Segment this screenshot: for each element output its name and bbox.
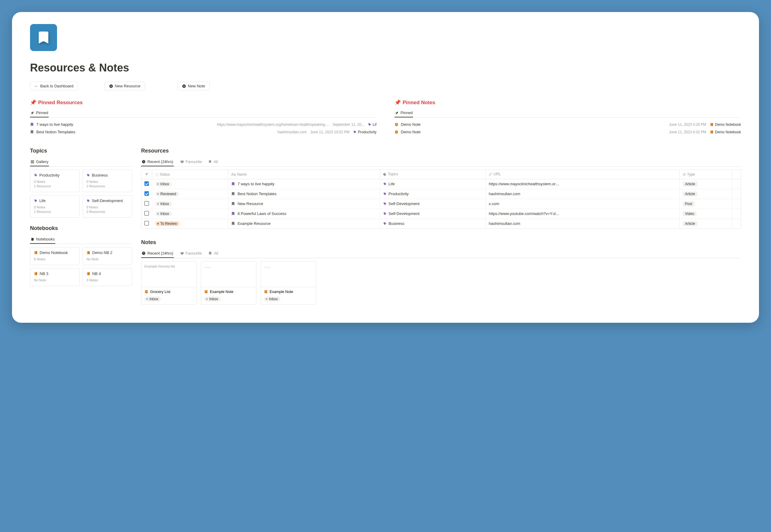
table-row[interactable]: Inbox New Resource Self-Development x.co…	[141, 199, 741, 209]
bookmark-icon	[231, 182, 235, 186]
tab-pinned[interactable]: Pinned	[395, 109, 413, 117]
pinned-notes-section: 📌 Pinned Notes Pinned Demo Note June 11,…	[395, 99, 741, 136]
svg-rect-16	[87, 251, 90, 254]
svg-rect-24	[209, 252, 211, 255]
topic-card[interactable]: Business 0 Notes 2 Resources	[83, 170, 132, 192]
tab-favourite[interactable]: Favourite	[179, 158, 202, 166]
section-title: Pinned Resources	[38, 100, 83, 106]
topic-card[interactable]: Self-Development 0 Notes 2 Resources	[83, 195, 132, 218]
status-icon: ◌	[155, 172, 158, 177]
resource-url: https://www.youtube.com/watch?v=Y-d90cIL…	[489, 211, 561, 216]
resource-url: https://www.mayoclinichealthsystem.org/h…	[489, 182, 561, 186]
svg-rect-14	[35, 251, 37, 254]
tag-icon	[383, 222, 387, 225]
tab-label: Recent (24hrs)	[147, 159, 173, 164]
new-note-button[interactable]: New Note	[177, 82, 210, 90]
notebook-name: Demo Notebook	[40, 250, 68, 255]
topic-name: Life	[39, 198, 46, 203]
note-preview: .......	[201, 261, 256, 287]
status-badge: Inbox	[155, 182, 172, 186]
note-card[interactable]: Example Grocery list Grocery List Inbox	[141, 261, 197, 305]
pinned-resource-row[interactable]: Best Notion Templates hashimsultan.com J…	[30, 128, 376, 136]
notebook-chip: Demo Notebook	[710, 122, 741, 127]
pinned-note-row[interactable]: Demo Note June 11, 2023 4:26 PM Demo Not…	[395, 121, 741, 128]
notebook-icon	[31, 237, 34, 241]
pinned-resource-row[interactable]: 7 ways to live happily https://www.mayoc…	[30, 121, 376, 128]
resource-date: September 11, 20...	[333, 122, 364, 127]
notebook-meta: No Note	[34, 278, 76, 282]
svg-rect-9	[33, 160, 34, 162]
topic-chip: Lif	[368, 122, 376, 127]
notebook-name: NB 4	[92, 271, 101, 276]
new-resource-button[interactable]: New Resource	[104, 82, 145, 90]
notebook-card[interactable]: Demo Notebook 6 Notes	[30, 247, 80, 265]
pin-checkbox[interactable]	[144, 211, 149, 216]
notebook-icon	[34, 251, 38, 255]
tab-recent[interactable]: Recent (24hrs)	[141, 158, 174, 166]
col-name: AaName	[228, 170, 380, 179]
table-row[interactable]: Inbox 8 Powerful Laws of Success Self-De…	[141, 209, 741, 219]
notebook-card[interactable]: NB 4 3 Notes	[83, 268, 132, 286]
pin-checkbox[interactable]	[144, 191, 149, 196]
topic-card[interactable]: Productivity 0 Notes 1 Resource	[30, 170, 80, 192]
tab-label: All	[213, 159, 218, 164]
topic-resources-count: 2 Resources	[86, 210, 128, 213]
tab-notebooks[interactable]: Notebooks	[30, 235, 55, 244]
pinned-note-row[interactable]: Demo Note June 11, 2023 4:32 PM Demo Not…	[395, 128, 741, 136]
status-badge: Inbox	[204, 297, 221, 301]
note-title: Example Note	[210, 290, 234, 294]
table-row[interactable]: To Review Example Resource Business hash…	[141, 219, 741, 228]
type-icon: ⊙	[683, 172, 686, 177]
note-date: June 11, 2023 4:32 PM	[669, 130, 706, 134]
pin-checkbox[interactable]	[144, 201, 149, 206]
tab-all[interactable]: All	[208, 249, 219, 258]
note-preview: Example Grocery list	[141, 261, 196, 287]
resource-title: 7 ways to live happily	[36, 122, 73, 127]
tab-recent[interactable]: Recent (24hrs)	[141, 249, 174, 258]
notebook-card[interactable]: NB 3 No Note	[30, 268, 80, 286]
svg-rect-8	[31, 160, 32, 162]
tag-icon	[34, 199, 38, 203]
pin-checkbox[interactable]	[144, 181, 149, 186]
table-row[interactable]: Reviewed Best Notion Templates Productiv…	[141, 189, 741, 199]
topics-title: Topics	[30, 148, 132, 154]
svg-rect-20	[87, 272, 90, 275]
note-card[interactable]: ....... Example Note Inbox	[261, 261, 316, 305]
tab-gallery[interactable]: Gallery	[30, 158, 49, 166]
notebook-name: Demo NB 2	[92, 250, 112, 255]
note-card[interactable]: ....... Example Note Inbox	[201, 261, 256, 305]
pin-icon: 📌	[30, 99, 36, 106]
topic-name: Life	[389, 182, 395, 186]
col-pin	[141, 170, 152, 179]
tab-pinned[interactable]: Pinned	[30, 109, 49, 117]
page-title: Resources & Notes	[30, 62, 741, 74]
tab-favourite[interactable]: Favourite	[179, 249, 202, 258]
pin-checkbox[interactable]	[144, 221, 149, 225]
topic-name: Business	[92, 173, 108, 177]
table-row[interactable]: Inbox 7 ways to live happily Life https:…	[141, 179, 741, 189]
note-date: June 11, 2023 4:26 PM	[669, 122, 706, 127]
svg-rect-5	[395, 131, 398, 134]
svg-rect-26	[205, 290, 207, 293]
button-label: New Resource	[115, 84, 141, 88]
pin-icon: 📌	[395, 99, 401, 106]
notebook-icon	[34, 272, 38, 276]
note-icon	[395, 122, 398, 126]
pinned-resources-section: 📌 Pinned Resources Pinned 7 ways to live…	[30, 99, 376, 136]
bookmark-icon	[208, 160, 212, 163]
topic-notes-count: 0 Notes	[86, 205, 128, 209]
notebook-card[interactable]: Demo NB 2 No Note	[83, 247, 132, 265]
tag-icon	[383, 202, 387, 206]
resource-url: hashimsultan.com	[489, 192, 561, 196]
tag-icon	[86, 174, 90, 177]
resource-name: 8 Powerful Laws of Success	[237, 211, 286, 216]
heart-icon	[180, 160, 184, 164]
topic-chip: Productivity	[353, 130, 376, 134]
note-icon	[264, 290, 268, 294]
tab-all[interactable]: All	[208, 158, 218, 166]
bookmark-icon	[231, 212, 235, 216]
topic-card[interactable]: Life 0 Notes 1 Resource	[30, 195, 80, 218]
svg-rect-6	[710, 131, 713, 134]
back-to-dashboard-button[interactable]: ← Back to Dashboard	[30, 82, 78, 90]
resource-name: Best Notion Templates	[237, 192, 277, 196]
